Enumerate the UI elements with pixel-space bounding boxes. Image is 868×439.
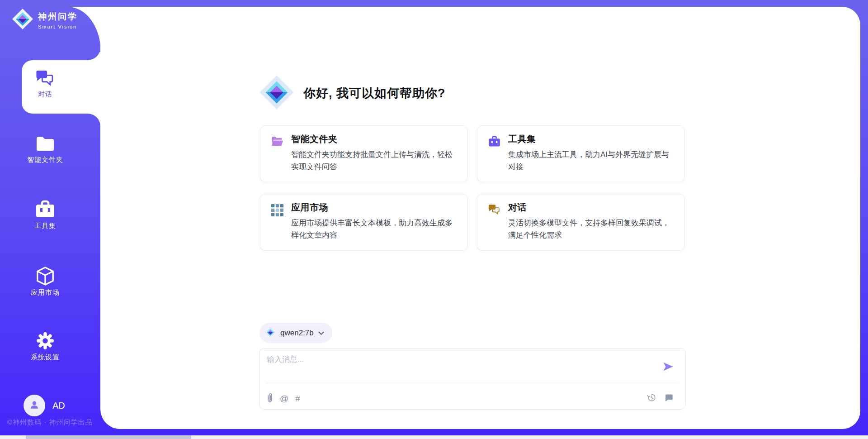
card-title: 应用市场 xyxy=(291,201,328,214)
scrollbar-thumb[interactable] xyxy=(26,435,191,439)
gear-icon xyxy=(0,331,90,351)
sidebar-item-label: 工具集 xyxy=(0,222,90,230)
at-icon[interactable]: @ xyxy=(280,394,288,404)
card-title: 工具集 xyxy=(508,133,536,145)
hero: 你好, 我可以如何帮助你? xyxy=(259,75,446,112)
toolbox-icon xyxy=(488,136,500,148)
card-chat[interactable]: 对话 灵活切换多模型文件，支持多样回复效果调试，满足个性化需求 xyxy=(477,194,685,251)
sidebar-item-chat[interactable]: 对话 xyxy=(0,68,90,99)
composer-tools-right xyxy=(647,393,674,404)
cube-icon xyxy=(0,266,90,286)
avatar xyxy=(24,395,45,416)
history-icon[interactable] xyxy=(647,393,656,404)
sidebar-footer-credit: ©神州数码 · 神州问学出品 xyxy=(7,418,92,427)
grid-icon xyxy=(271,204,283,216)
toolbox-icon xyxy=(0,200,90,220)
message-input[interactable] xyxy=(266,352,637,367)
model-name: qwen2:7b xyxy=(280,329,314,338)
card-app-market[interactable]: 应用市场 应用市场提供丰富长文本模板，助力高效生成多样化文章内容 xyxy=(260,194,468,251)
card-smart-folder[interactable]: 智能文件夹 智能文件夹功能支持批量文件上传与清洗，轻松实现文件问答 xyxy=(260,125,468,182)
chat-icon xyxy=(488,204,500,216)
card-toolset[interactable]: 工具集 集成市场上主流工具，助力AI与外界无缝扩展与对接 xyxy=(477,125,685,182)
sidebar-item-toolset[interactable]: 工具集 xyxy=(0,200,90,230)
sidebar-item-label: 系统设置 xyxy=(0,353,90,362)
tab-curve-bottom xyxy=(88,114,100,126)
person-icon xyxy=(28,399,40,412)
greeting-title: 你好, 我可以如何帮助你? xyxy=(303,85,446,101)
main-panel: 你好, 我可以如何帮助你? 智能文件夹 智能文件夹功能支持批量文件上传与清洗，轻… xyxy=(100,7,860,429)
horizontal-scrollbar[interactable] xyxy=(0,435,868,439)
sidebar-item-app-market[interactable]: 应用市场 xyxy=(0,266,90,297)
sidebar-item-smart-folder[interactable]: 智能文件夹 xyxy=(0,134,90,164)
brand: 神州问学 Smart Vision xyxy=(12,8,78,32)
send-icon[interactable] xyxy=(662,360,675,373)
hash-icon[interactable]: # xyxy=(295,394,300,404)
card-description: 应用市场提供丰富长文本模板，助力高效生成多样化文章内容 xyxy=(291,217,457,241)
diamond-logo-icon xyxy=(259,75,294,112)
sidebar-item-settings[interactable]: 系统设置 xyxy=(0,331,90,362)
card-title: 智能文件夹 xyxy=(291,133,338,145)
diamond-logo-icon xyxy=(265,327,276,339)
user-profile[interactable]: AD xyxy=(24,395,65,416)
brand-name: 神州问学 xyxy=(38,11,78,23)
chevron-down-icon xyxy=(318,329,324,337)
card-title: 对话 xyxy=(508,201,527,214)
sidebar-item-label: 应用市场 xyxy=(0,288,90,297)
composer-divider xyxy=(265,383,679,383)
feature-cards: 智能文件夹 智能文件夹功能支持批量文件上传与清洗，轻松实现文件问答 工具集 集成… xyxy=(260,125,685,251)
chat-icon xyxy=(0,68,90,88)
model-selector[interactable]: qwen2:7b xyxy=(259,323,332,343)
paperclip-icon[interactable] xyxy=(267,393,273,405)
card-description: 灵活切换多模型文件，支持多样回复效果调试，满足个性化需求 xyxy=(508,217,674,241)
sidebar-item-label: 对话 xyxy=(0,90,90,99)
card-description: 集成市场上主流工具，助力AI与外界无缝扩展与对接 xyxy=(508,148,674,173)
diamond-logo-icon xyxy=(12,8,33,32)
message-composer: @ # xyxy=(259,348,686,410)
user-name: AD xyxy=(52,401,65,411)
folder-icon xyxy=(0,134,90,153)
folder-open-icon xyxy=(271,136,283,148)
brand-subtitle: Smart Vision xyxy=(38,24,78,29)
sidebar-item-label: 智能文件夹 xyxy=(0,156,90,164)
card-description: 智能文件夹功能支持批量文件上传与清洗，轻松实现文件问答 xyxy=(291,148,457,173)
composer-tools-left: @ # xyxy=(267,393,300,405)
comment-icon[interactable] xyxy=(664,393,674,404)
